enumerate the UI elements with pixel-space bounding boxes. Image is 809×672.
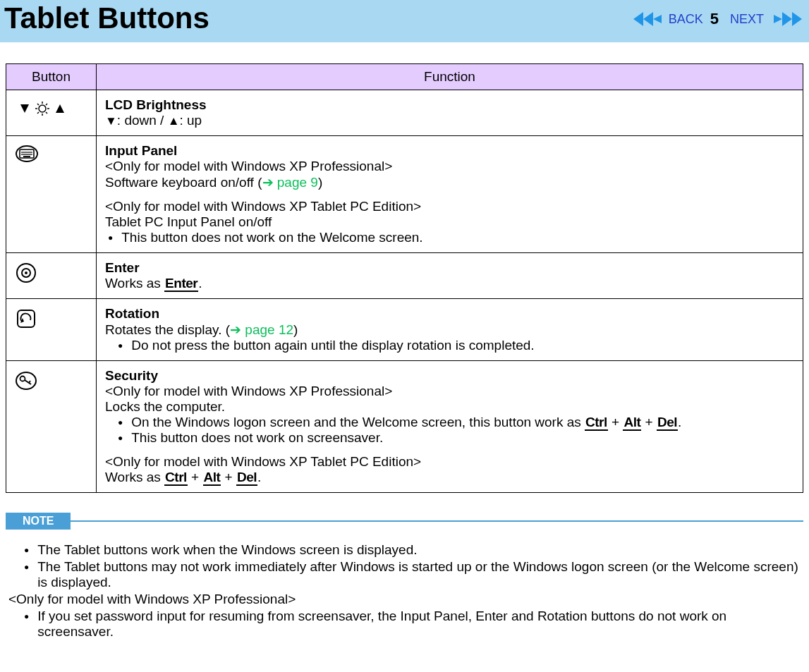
svg-point-7 (39, 105, 46, 112)
function-cell: Enter Works as Enter. (97, 253, 803, 299)
svg-point-24 (25, 271, 28, 274)
para: <Only for model with Windows XP Professi… (105, 159, 794, 190)
table-row: Security <Only for model with Windows XP… (6, 361, 803, 493)
function-cell: Security <Only for model with Windows XP… (97, 361, 803, 493)
button-cell-enter (6, 253, 97, 299)
key-del: Del (657, 415, 678, 431)
rotation-icon (15, 307, 37, 330)
header-bar: Tablet Buttons BACK 5 NEXT (0, 0, 809, 42)
key-alt: Alt (203, 470, 221, 486)
button-cell-rotation (6, 299, 97, 361)
svg-marker-16 (56, 104, 64, 113)
enter-icon (15, 262, 37, 284)
note-line (71, 520, 803, 522)
table-row: Input Panel <Only for model with Windows… (6, 136, 803, 253)
bullet: This button does not work on screensaver… (115, 430, 794, 446)
bullet: On the Windows logon screen and the Welc… (115, 415, 794, 430)
brightness-icon (15, 99, 70, 118)
function-cell: Rotation Rotates the display. (➔ page 12… (97, 299, 803, 361)
key-del: Del (236, 470, 257, 486)
row-title: Security (105, 368, 794, 384)
back-arrow-icon[interactable] (633, 11, 662, 28)
row-title: LCD Brightness (105, 97, 794, 113)
security-icon (15, 369, 37, 392)
bullet: Do not press the button again until the … (115, 338, 794, 353)
function-cell: Input Panel <Only for model with Windows… (97, 136, 803, 253)
key-ctrl: Ctrl (585, 415, 608, 431)
buttons-table: Button Function LCD Brightness ▼: down / (6, 63, 803, 493)
para: <Only for model with Windows XP Tablet P… (105, 199, 794, 245)
svg-marker-0 (633, 12, 643, 26)
table-row: Rotation Rotates the display. (➔ page 12… (6, 299, 803, 361)
function-cell: LCD Brightness ▼: down / ▲: up (97, 90, 803, 136)
bullet: The Tablet buttons may not work immediat… (21, 559, 801, 590)
bullet: The Tablet buttons work when the Windows… (21, 542, 801, 558)
nav-group: BACK 5 NEXT (633, 0, 802, 28)
para: <Only for model with Windows XP Tablet P… (105, 454, 794, 485)
row-title: Enter (105, 260, 794, 276)
col-header-button: Button (6, 64, 97, 90)
next-arrow-icon[interactable] (774, 11, 802, 28)
note-plain: <Only for model with Windows XP Professi… (8, 592, 801, 607)
row-desc: ▼: down / ▲: up (105, 113, 794, 128)
svg-line-13 (46, 112, 47, 114)
svg-marker-6 (20, 104, 29, 113)
col-header-function: Function (97, 64, 803, 90)
row-title: Input Panel (105, 143, 794, 159)
svg-marker-2 (653, 15, 662, 23)
next-link[interactable]: NEXT (730, 12, 764, 27)
page-title: Tablet Buttons (4, 0, 209, 35)
page-number: 5 (710, 10, 719, 28)
note-label: NOTE (6, 513, 71, 530)
button-cell-brightness (6, 90, 97, 136)
svg-line-14 (46, 104, 47, 105)
input-panel-icon (15, 145, 39, 163)
key-enter: Enter (164, 276, 198, 292)
svg-marker-5 (774, 15, 782, 23)
button-cell-security (6, 361, 97, 493)
svg-marker-1 (643, 12, 653, 26)
svg-line-12 (37, 104, 39, 105)
svg-marker-3 (792, 12, 802, 26)
bullet: This button does not work on the Welcome… (105, 230, 794, 245)
content: Button Function LCD Brightness ▼: down / (0, 42, 809, 640)
down-triangle-icon: ▼ (105, 114, 117, 128)
page-link-9[interactable]: ➔ page 9 (262, 175, 318, 190)
note-bar: NOTE (6, 513, 803, 530)
back-link[interactable]: BACK (669, 12, 703, 27)
table-row: LCD Brightness ▼: down / ▲: up (6, 90, 803, 136)
key-ctrl: Ctrl (164, 470, 188, 486)
svg-marker-4 (782, 12, 792, 26)
key-alt: Alt (623, 415, 641, 431)
button-cell-inputpanel (6, 136, 97, 253)
bullet: If you set password input for resuming f… (21, 609, 801, 640)
para: <Only for model with Windows XP Professi… (105, 384, 794, 446)
up-triangle-icon: ▲ (168, 114, 180, 128)
svg-line-15 (37, 112, 39, 114)
svg-line-30 (29, 381, 30, 383)
notes-list: The Tablet buttons work when the Windows… (6, 542, 803, 640)
table-row: Enter Works as Enter. (6, 253, 803, 299)
row-title: Rotation (105, 306, 794, 322)
svg-point-28 (20, 377, 25, 381)
page-link-12[interactable]: ➔ page 12 (230, 322, 293, 337)
